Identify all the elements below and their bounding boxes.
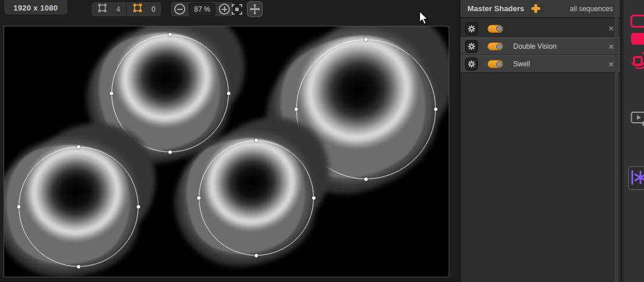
shader-enable-toggle[interactable] (487, 60, 503, 68)
shader-list: × Double Vision × (460, 19, 620, 73)
mouse-cursor (419, 11, 429, 28)
right-toolbar (622, 0, 644, 282)
panel-title: Master Shaders (467, 4, 524, 13)
zoom-control-group: 87 % (170, 1, 234, 17)
all-sequences-link[interactable]: all sequences (570, 5, 613, 13)
shader-name-label: Double Vision (513, 42, 608, 51)
shader-row[interactable]: × (460, 19, 620, 38)
control-point-handle[interactable] (294, 108, 298, 111)
shape-cluster[interactable] (199, 140, 314, 256)
top-toolbar: 1920 x 1080 4 (0, 0, 459, 26)
close-icon[interactable]: × (608, 42, 614, 52)
transform-handles-icon (97, 3, 107, 15)
fit-view-icon[interactable] (229, 1, 245, 17)
handles-orange-segment[interactable]: 0 (126, 2, 161, 16)
pan-view-icon[interactable] (247, 1, 263, 17)
gear-icon[interactable] (465, 40, 478, 53)
control-point-handle[interactable] (77, 145, 80, 149)
control-point-handle[interactable] (17, 205, 21, 209)
close-icon[interactable]: × (608, 59, 614, 69)
burst-effect-icon[interactable] (628, 166, 644, 190)
control-point-handle[interactable] (255, 139, 258, 142)
gear-icon[interactable] (465, 22, 478, 35)
gear-icon[interactable] (465, 58, 478, 70)
selection-circle[interactable] (19, 147, 138, 267)
handles-gray-count: 4 (112, 5, 120, 14)
zoom-out-icon[interactable] (174, 4, 185, 15)
rectangle-outline-icon[interactable] (631, 15, 644, 29)
shader-enable-toggle[interactable] (487, 42, 503, 51)
resolution-button[interactable]: 1920 x 1080 (4, 0, 68, 15)
rectangle-filled-icon[interactable] (631, 32, 644, 47)
control-point-handle[interactable] (434, 108, 438, 111)
application-window: { "toolbar": { "resolution_label": "1920… (0, 0, 644, 282)
shader-row[interactable]: Double Vision × (460, 38, 620, 55)
control-point-handle[interactable] (255, 254, 258, 257)
handle-count-group: 4 0 (91, 1, 162, 17)
panel-header: Master Shaders all sequences (460, 0, 620, 18)
control-point-handle[interactable] (227, 92, 231, 95)
panel-scrollbar[interactable] (615, 0, 618, 282)
control-point-handle[interactable] (364, 38, 368, 41)
bottom-strip (0, 277, 460, 282)
add-shader-button[interactable] (531, 4, 540, 13)
shader-pen-icon[interactable] (631, 52, 644, 73)
shader-enable-toggle[interactable] (487, 25, 503, 33)
close-icon[interactable]: × (608, 24, 614, 33)
control-point-handle[interactable] (77, 265, 80, 268)
handles-orange-count: 0 (147, 5, 155, 14)
control-point-handle[interactable] (364, 177, 368, 181)
control-point-handle[interactable] (137, 205, 140, 209)
control-point-handle[interactable] (168, 33, 172, 36)
control-point-handle[interactable] (312, 196, 316, 200)
shape-cluster[interactable] (19, 147, 138, 267)
play-settings-icon[interactable] (631, 110, 644, 129)
shader-row[interactable]: Swell × (460, 55, 620, 73)
handles-gray-segment[interactable]: 4 (91, 2, 126, 16)
control-point-handle[interactable] (110, 92, 113, 95)
master-shaders-panel: Master Shaders all sequences (460, 0, 620, 282)
shader-name-label: Swell (513, 60, 608, 68)
viewport-canvas[interactable] (4, 26, 449, 277)
control-point-handle[interactable] (168, 150, 172, 154)
transform-handles-active-icon (133, 3, 143, 15)
control-point-handle[interactable] (197, 196, 201, 200)
selection-circle[interactable] (199, 140, 314, 256)
zoom-level-field[interactable]: 87 % (189, 3, 215, 16)
